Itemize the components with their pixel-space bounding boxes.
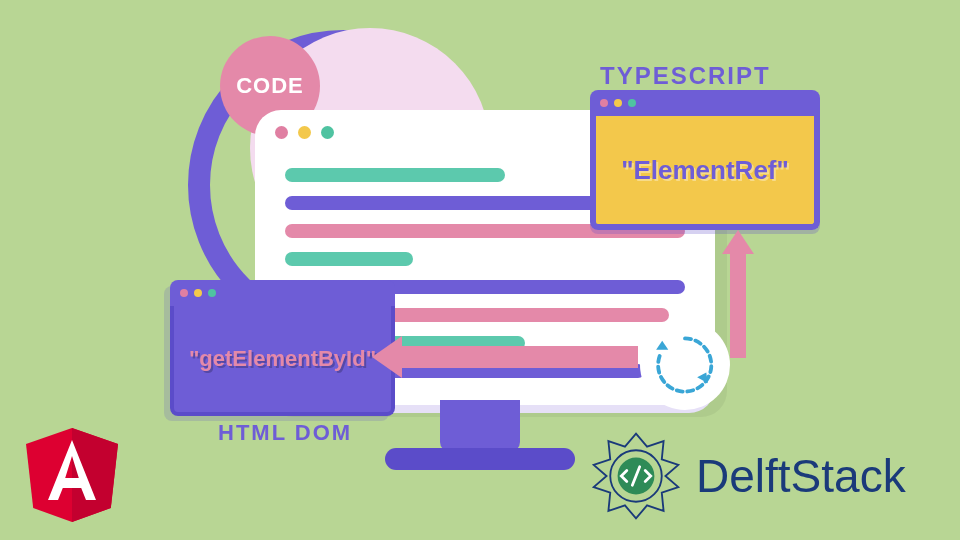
panel-dot <box>600 99 608 107</box>
monitor-base <box>385 448 575 470</box>
window-dot-red <box>275 126 288 139</box>
window-dots <box>275 126 334 139</box>
refresh-icon <box>647 327 723 403</box>
window-dot-green <box>321 126 334 139</box>
panel-dot <box>180 289 188 297</box>
code-badge-label: CODE <box>236 73 304 99</box>
arrow-left-head-icon <box>372 336 402 378</box>
angular-logo-icon <box>22 420 122 528</box>
html-dom-label: HTML DOM <box>218 420 352 446</box>
delftstack-text: DelftStack <box>696 449 906 503</box>
svg-marker-1 <box>697 373 708 384</box>
arrow-left-stem <box>400 346 638 368</box>
delftstack-mark-icon <box>590 430 682 522</box>
delftstack-logo: DelftStack <box>590 430 906 522</box>
window-dot-yellow <box>298 126 311 139</box>
panel-chrome <box>590 90 820 116</box>
panel-dot <box>194 289 202 297</box>
panel-dot <box>614 99 622 107</box>
diagram-stage: CODE TYPESCRIPT "ElementRef" <box>0 0 960 540</box>
html-dom-panel: "getElementById" <box>170 280 395 415</box>
arrow-up-stem <box>730 252 746 358</box>
typescript-label: TYPESCRIPT <box>600 62 771 90</box>
refresh-circle <box>640 320 730 410</box>
panel-dot <box>208 289 216 297</box>
code-line <box>285 168 505 182</box>
typescript-panel: "ElementRef" <box>590 90 820 230</box>
panel-dot <box>628 99 636 107</box>
panel-chrome <box>170 280 395 306</box>
monitor-stand <box>440 400 520 452</box>
typescript-panel-body: "ElementRef" <box>590 116 820 230</box>
arrow-up-head-icon <box>722 230 754 254</box>
html-dom-panel-body: "getElementById" <box>170 306 395 416</box>
code-line <box>285 252 413 266</box>
svg-marker-0 <box>656 341 668 350</box>
